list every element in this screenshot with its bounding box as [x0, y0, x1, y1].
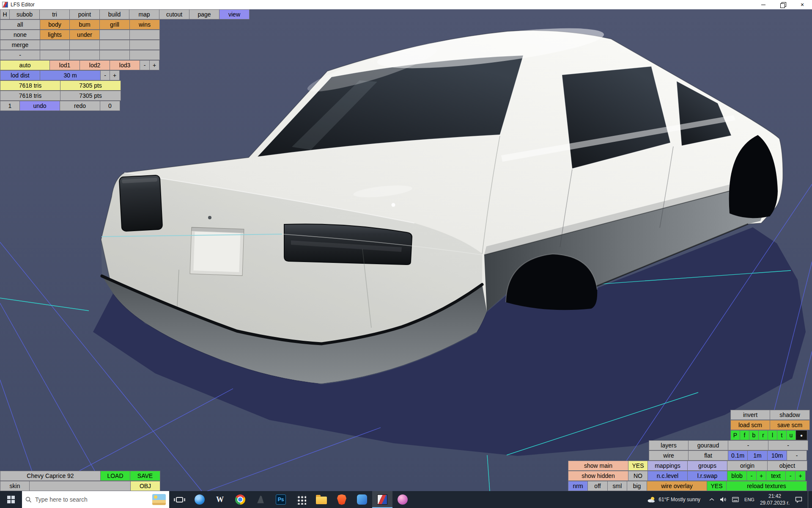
- show-hidden-button[interactable]: show hidden: [568, 471, 628, 481]
- tab-map[interactable]: map: [129, 9, 159, 19]
- group-lights-button[interactable]: lights: [40, 30, 70, 40]
- minimize-button[interactable]: [754, 0, 773, 9]
- view-perspective-button[interactable]: P: [730, 430, 740, 440]
- blob-minus-button[interactable]: -: [746, 471, 757, 481]
- big-button[interactable]: big: [627, 481, 647, 491]
- minus-button[interactable]: -: [0, 50, 40, 60]
- show-desktop-button[interactable]: [808, 491, 810, 508]
- touch-keyboard-icon[interactable]: [732, 497, 739, 502]
- chrome-app-button[interactable]: [230, 491, 250, 508]
- view-front-button[interactable]: f: [740, 430, 749, 440]
- lod3-button[interactable]: lod3: [110, 60, 140, 70]
- lod1-button[interactable]: lod1: [49, 60, 80, 70]
- group-under-button[interactable]: under: [69, 30, 100, 40]
- start-button[interactable]: [0, 491, 22, 508]
- lfs-editor-app-button[interactable]: [372, 491, 392, 508]
- lod-dist-minus-button[interactable]: -: [100, 70, 110, 80]
- dark-fin-app-button[interactable]: [250, 491, 271, 508]
- search-box[interactable]: [22, 491, 169, 508]
- origin-button[interactable]: origin: [727, 461, 768, 471]
- wire-overlay-button[interactable]: wire overlay: [647, 481, 707, 491]
- viewport-3d[interactable]: [0, 9, 812, 491]
- save-button[interactable]: SAVE: [130, 471, 160, 481]
- text-plus-button[interactable]: +: [795, 471, 806, 481]
- grid-1m-button[interactable]: 1m: [747, 450, 768, 461]
- language-indicator[interactable]: ENG: [744, 497, 754, 502]
- nrm-button[interactable]: nrm: [568, 481, 588, 491]
- merge-button[interactable]: merge: [0, 40, 40, 50]
- blob-plus-button[interactable]: +: [756, 471, 766, 481]
- tab-build[interactable]: build: [99, 9, 129, 19]
- volume-icon[interactable]: [720, 497, 727, 502]
- groups-button[interactable]: groups: [687, 461, 727, 471]
- gouraud-button[interactable]: gouraud: [688, 440, 728, 450]
- brave-app-button[interactable]: [332, 491, 352, 508]
- flat-button[interactable]: flat: [688, 450, 728, 461]
- pink-app-button[interactable]: [392, 491, 413, 508]
- file-explorer-app-button[interactable]: [311, 491, 332, 508]
- show-hidden-value[interactable]: NO: [628, 471, 648, 481]
- task-view-button[interactable]: [169, 491, 189, 508]
- load-scm-button[interactable]: load scm: [730, 420, 770, 430]
- view-back-button[interactable]: b: [749, 430, 759, 440]
- save-scm-button[interactable]: save scm: [770, 420, 810, 430]
- grid-0-1m-button[interactable]: 0.1m: [728, 450, 748, 461]
- mappings-button[interactable]: mappings: [647, 461, 688, 471]
- action-center-icon[interactable]: [795, 497, 802, 503]
- select-none-button[interactable]: none: [0, 30, 40, 40]
- photoshop-app-button[interactable]: Ps: [271, 491, 291, 508]
- blob-button[interactable]: blob: [727, 471, 747, 481]
- lod-dist-plus-button[interactable]: +: [110, 70, 120, 80]
- sml-button[interactable]: sml: [607, 481, 627, 491]
- close-button[interactable]: ×: [793, 0, 812, 9]
- group-wins-button[interactable]: wins: [129, 19, 160, 30]
- load-button[interactable]: LOAD: [100, 471, 130, 481]
- grid-off-button[interactable]: -: [787, 450, 807, 461]
- clock[interactable]: 21:42 29.07.2023 r.: [760, 493, 790, 506]
- tab-cutout[interactable]: cutout: [159, 9, 189, 19]
- dash-button[interactable]: -: [768, 440, 808, 450]
- tab-tri[interactable]: tri: [39, 9, 70, 19]
- view-left-button[interactable]: l: [768, 430, 777, 440]
- model-name-button[interactable]: Chevy Caprice 92: [0, 471, 101, 481]
- shadow-button[interactable]: shadow: [770, 410, 810, 420]
- tray-expand-icon[interactable]: [709, 498, 714, 501]
- undo-button[interactable]: undo: [19, 101, 60, 111]
- group-grill-button[interactable]: grill: [99, 19, 130, 30]
- tray-weather-widget[interactable]: 61°F Mostly sunny: [644, 491, 704, 508]
- show-main-button[interactable]: show main: [568, 461, 628, 471]
- tab-page[interactable]: page: [189, 9, 219, 19]
- group-bum-button[interactable]: bum: [69, 19, 100, 30]
- view-right-button[interactable]: r: [758, 430, 768, 440]
- obj-button[interactable]: OBJ: [130, 481, 160, 491]
- off-button[interactable]: off: [587, 481, 608, 491]
- redo-button[interactable]: redo: [60, 101, 100, 111]
- tab-point[interactable]: point: [69, 9, 100, 19]
- lod-minus-button[interactable]: -: [140, 60, 150, 70]
- show-main-value[interactable]: YES: [628, 461, 648, 471]
- nc-level-button[interactable]: n.c.level: [647, 471, 688, 481]
- lod-plus-button[interactable]: +: [149, 60, 159, 70]
- lod2-button[interactable]: lod2: [80, 60, 110, 70]
- group-body-button[interactable]: body: [40, 19, 70, 30]
- grid-10m-button[interactable]: 10m: [767, 450, 787, 461]
- view-under-button[interactable]: u: [786, 430, 796, 440]
- wire-overlay-value[interactable]: YES: [707, 481, 727, 491]
- skin-button[interactable]: skin: [0, 481, 30, 491]
- reload-textures-button[interactable]: reload textures: [726, 481, 807, 491]
- blue-ring-app-button[interactable]: [189, 491, 210, 508]
- search-input[interactable]: [35, 496, 149, 503]
- restore-button[interactable]: [773, 0, 793, 9]
- blue-app-button[interactable]: [352, 491, 372, 508]
- layers-button[interactable]: layers: [649, 440, 689, 450]
- text-button[interactable]: text: [766, 471, 786, 481]
- text-minus-button[interactable]: -: [785, 471, 796, 481]
- view-top-button[interactable]: t: [777, 430, 787, 440]
- lr-swap-button[interactable]: l.r.swap: [687, 471, 727, 481]
- w-app-button[interactable]: W: [210, 491, 230, 508]
- h-button[interactable]: H: [0, 9, 10, 19]
- invert-button[interactable]: invert: [730, 410, 770, 420]
- tab-subob[interactable]: subob: [9, 9, 40, 19]
- object-button[interactable]: object: [767, 461, 807, 471]
- tab-view-selected[interactable]: view: [219, 9, 250, 19]
